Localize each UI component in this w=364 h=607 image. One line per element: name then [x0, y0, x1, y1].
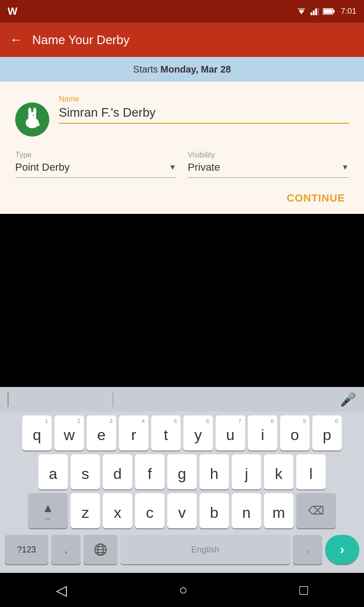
app-bar: ← Name Your Derby — [0, 23, 364, 57]
type-dropdown[interactable]: Point Derby ▼ — [15, 161, 176, 178]
key-j[interactable]: j — [232, 454, 261, 489]
key-p[interactable]: 0p — [312, 415, 342, 451]
enter-arrow-icon: › — [340, 542, 344, 557]
type-value: Point Derby — [15, 161, 70, 174]
signal-icon — [310, 8, 319, 15]
key-r[interactable]: 4r — [119, 415, 148, 451]
key-e[interactable]: 3e — [87, 415, 116, 451]
app-icon: W — [8, 5, 18, 18]
enter-key[interactable]: › — [325, 535, 359, 564]
page-title: Name Your Derby — [32, 33, 129, 47]
start-date-label: Starts Monday, Mar 28 — [133, 64, 231, 75]
key-g[interactable]: g — [167, 454, 197, 489]
svg-rect-5 — [318, 8, 319, 15]
space-key[interactable]: English — [120, 535, 290, 564]
backspace-icon: ⌫ — [308, 504, 324, 517]
type-arrow-icon: ▼ — [169, 163, 176, 172]
status-bar: W 7:01 — [0, 0, 364, 23]
svg-rect-3 — [313, 10, 315, 15]
nums-key[interactable]: ?123 — [5, 535, 48, 564]
shift-icon: ▲ — [42, 501, 54, 515]
form-area: Name Type Point Derby ▼ Visibility Priva… — [0, 82, 364, 214]
sub-header: Starts Monday, Mar 28 — [0, 57, 364, 82]
avatar — [15, 102, 49, 137]
start-date: Monday, Mar 28 — [161, 64, 231, 74]
key-l[interactable]: l — [296, 454, 326, 489]
visibility-label: Visibility — [188, 151, 349, 159]
type-dropdown-wrapper: Type Point Derby ▼ — [15, 151, 176, 178]
visibility-arrow-icon: ▼ — [341, 163, 349, 172]
key-row-1: 1q 2w 3e 4r 5t 6y 7u 8i 9o 0p — [2, 415, 362, 451]
key-u[interactable]: 7u — [216, 415, 245, 451]
visibility-value: Private — [188, 161, 220, 174]
key-n[interactable]: n — [232, 493, 261, 528]
period-key[interactable]: . — [293, 535, 322, 564]
key-z[interactable]: z — [71, 493, 100, 528]
svg-rect-2 — [310, 12, 312, 15]
visibility-dropdown[interactable]: Private ▼ — [188, 161, 349, 178]
mic-icon[interactable]: 🎤 — [340, 392, 356, 407]
starts-prefix: Starts — [133, 64, 161, 74]
visibility-dropdown-wrapper: Visibility Private ▼ — [188, 151, 349, 178]
svg-rect-4 — [315, 9, 317, 15]
continue-row: CONTINUE — [15, 192, 349, 204]
key-t[interactable]: 5t — [151, 415, 181, 451]
key-i[interactable]: 8i — [248, 415, 277, 451]
nav-recents-button[interactable]: □ — [300, 582, 308, 598]
svg-point-13 — [33, 115, 34, 116]
name-field-wrapper: Name — [59, 95, 349, 124]
key-y[interactable]: 6y — [183, 415, 213, 451]
continue-button[interactable]: CONTINUE — [287, 192, 345, 204]
key-m[interactable]: m — [264, 493, 293, 528]
name-label: Name — [59, 95, 349, 103]
function-row: ?123 , English . › — [2, 532, 362, 569]
key-x[interactable]: x — [103, 493, 132, 528]
key-b[interactable]: b — [200, 493, 229, 528]
svg-point-14 — [36, 123, 40, 126]
cursor-line-right — [113, 392, 114, 407]
svg-marker-1 — [297, 8, 306, 12]
type-label: Type — [15, 151, 176, 159]
key-o[interactable]: 9o — [280, 415, 309, 451]
wifi-icon — [296, 8, 307, 15]
rabbit-icon — [20, 107, 45, 132]
name-input[interactable] — [59, 105, 349, 124]
key-v[interactable]: v — [167, 493, 197, 528]
backspace-key[interactable]: ⌫ — [296, 493, 336, 528]
key-k[interactable]: k — [264, 454, 293, 489]
svg-rect-7 — [323, 9, 332, 14]
key-c[interactable]: c — [135, 493, 164, 528]
key-w[interactable]: 2w — [55, 415, 84, 451]
cursor-lines — [8, 392, 340, 407]
time-display: 7:01 — [341, 7, 356, 16]
globe-icon — [93, 543, 108, 557]
globe-key[interactable] — [83, 535, 118, 564]
back-button[interactable]: ← — [9, 32, 23, 47]
key-h[interactable]: h — [200, 454, 229, 489]
key-s[interactable]: s — [71, 454, 100, 489]
svg-rect-8 — [333, 10, 335, 13]
key-row-3: ▲ — z x c v b n m ⌫ — [2, 493, 362, 528]
status-icons: 7:01 — [296, 7, 356, 16]
nav-back-button[interactable]: ◁ — [56, 582, 67, 598]
key-a[interactable]: a — [38, 454, 68, 489]
key-q[interactable]: 1q — [22, 415, 52, 451]
nav-home-button[interactable]: ○ — [179, 582, 187, 598]
comma-key[interactable]: , — [51, 535, 81, 564]
svg-point-11 — [28, 108, 31, 115]
keys-section: 1q 2w 3e 4r 5t 6y 7u 8i 9o 0p a s d f g … — [0, 412, 364, 573]
battery-icon — [323, 8, 335, 15]
cursor-line-left — [8, 392, 9, 407]
key-f[interactable]: f — [135, 454, 164, 489]
name-row: Name — [15, 95, 349, 137]
nav-bar: ◁ ○ □ — [0, 573, 364, 607]
key-row-2: a s d f g h j k l — [2, 454, 362, 489]
keyboard-top-bar: 🎤 — [0, 387, 364, 412]
shift-key[interactable]: ▲ — — [28, 493, 68, 528]
svg-point-12 — [33, 108, 36, 115]
keyboard-area: 🎤 1q 2w 3e 4r 5t 6y 7u 8i 9o 0p a s d f … — [0, 387, 364, 573]
dropdowns-row: Type Point Derby ▼ Visibility Private ▼ — [15, 151, 349, 178]
key-d[interactable]: d — [103, 454, 132, 489]
